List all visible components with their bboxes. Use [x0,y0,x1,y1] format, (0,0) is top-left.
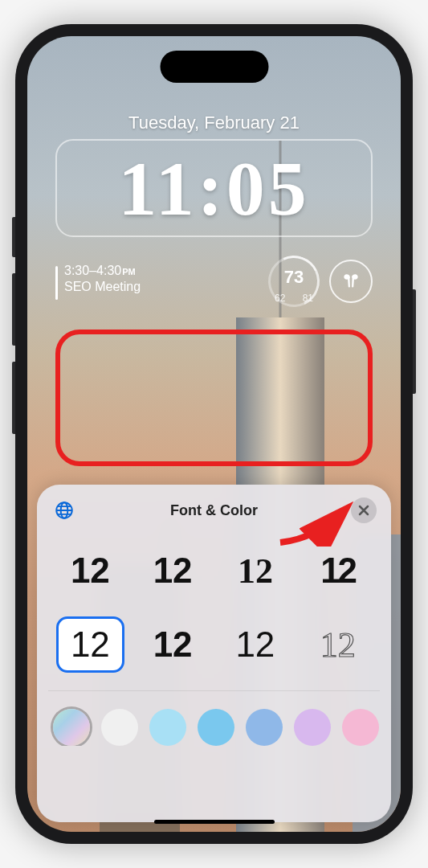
silent-switch [12,217,15,257]
globe-icon [54,500,75,521]
globe-button[interactable] [51,497,77,523]
color-row [37,694,391,746]
font-option-7[interactable]: 12 [304,616,372,673]
close-button[interactable] [351,497,377,523]
color-swatch-1[interactable] [101,709,138,746]
color-swatch-3[interactable] [198,709,234,746]
widgets-row[interactable]: 3:30–4:30PM SEO Meeting 73 62 81 [55,249,373,313]
close-icon [358,505,369,516]
power-button [413,289,416,394]
sheet-title: Font & Color [170,502,258,519]
lock-date[interactable]: Tuesday, February 21 [27,113,401,133]
font-grid: 12 12 12 12 12 12 12 12 [37,530,391,687]
volume-down-button [12,362,15,434]
font-option-6[interactable]: 12 [222,616,290,673]
font-option-5[interactable]: 12 [139,616,207,673]
screen: Tuesday, February 21 11:05 3:30–4:30PM S… [27,36,401,832]
annotation-highlight-box [55,330,373,466]
airpods-icon [340,271,361,292]
weather-high: 81 [303,293,313,304]
clock-widget[interactable]: 11:05 [55,139,373,237]
airpods-widget[interactable] [329,260,373,303]
calendar-accent-bar [55,266,58,300]
calendar-title: SEO Meeting [64,280,141,294]
divider [48,690,380,691]
font-option-0[interactable]: 12 [56,542,124,599]
font-color-sheet: Font & Color 12 12 12 12 12 12 12 12 [37,485,391,822]
weather-widget[interactable]: 73 62 81 [268,256,320,307]
volume-up-button [12,273,15,346]
color-swatch-5[interactable] [294,709,331,746]
weather-current: 73 [268,267,320,288]
calendar-time: 3:30–4:30PM [64,264,141,278]
color-swatch-4[interactable] [246,709,283,746]
calendar-widget[interactable]: 3:30–4:30PM SEO Meeting [55,264,141,300]
font-option-2[interactable]: 12 [222,542,290,599]
dynamic-island [160,51,268,83]
home-indicator[interactable] [154,820,275,824]
iphone-frame: Tuesday, February 21 11:05 3:30–4:30PM S… [15,24,413,844]
color-swatch-2[interactable] [149,709,186,746]
font-option-1[interactable]: 12 [139,542,207,599]
color-swatch-0[interactable] [53,709,90,746]
color-swatch-6[interactable] [342,709,379,746]
font-option-4[interactable]: 12 [56,616,124,673]
clock-time: 11:05 [118,144,310,233]
font-option-3[interactable]: 12 [304,542,372,599]
weather-low: 62 [275,293,285,304]
